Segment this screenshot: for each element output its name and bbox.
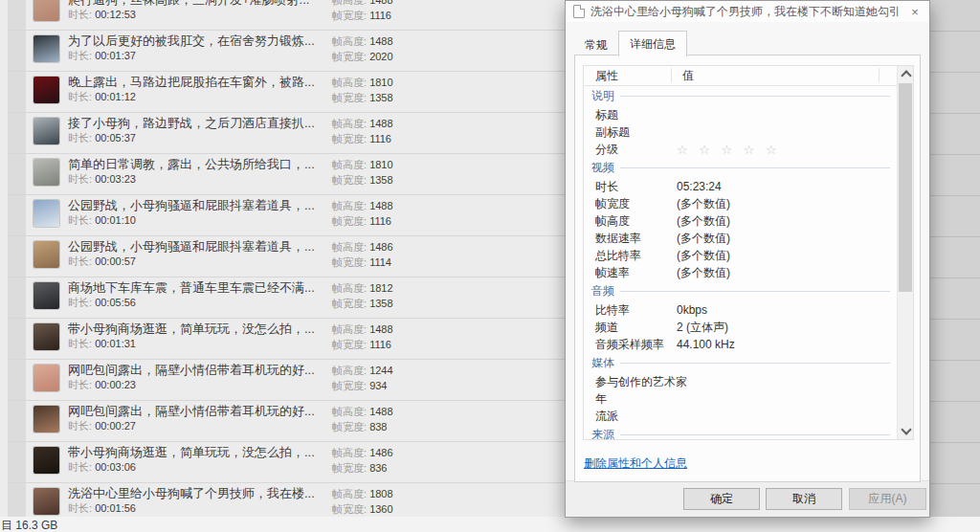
video-thumbnail xyxy=(33,447,59,474)
property-row[interactable]: 频道 2 (立体声) xyxy=(584,319,898,336)
property-label: 来源 xyxy=(584,427,614,439)
property-label: 音频 xyxy=(584,283,614,299)
property-row[interactable]: 媒体 xyxy=(584,353,898,373)
frame-width: 帧宽度: 1116 xyxy=(332,131,447,146)
list-item[interactable]: 简单的日常调教，露出，公共场所给我口，... 时长: 00:03:23 帧高度:… xyxy=(8,154,567,195)
list-item[interactable]: 接了小母狗，路边野战，之后刀酒店直接扒... 时长: 00:05:37 帧高度:… xyxy=(8,113,567,154)
property-row[interactable]: 参与创作的艺术家 xyxy=(584,373,898,390)
property-row[interactable]: 说明 xyxy=(584,86,898,106)
list-item[interactable]: 公园野战，小母狗骚逼和屁眼抖塞着道具，... 时长: 00:01:10 帧高度:… xyxy=(8,195,567,236)
property-row[interactable]: 副标题 xyxy=(584,123,898,141)
tab-general[interactable]: 常规 xyxy=(574,34,618,55)
list-item[interactable]: 网吧包间露出，隔壁小情侣带着耳机玩的好... 时长: 00:00:27 帧高度:… xyxy=(8,401,567,442)
property-row[interactable]: 总比特率 (多个数值) xyxy=(584,247,898,264)
property-label: 参与创作的艺术家 xyxy=(584,374,687,390)
property-value: 05:23:24 xyxy=(677,180,722,193)
video-title: 商场地下车库车震，普通车里车震已经不满... xyxy=(68,280,323,296)
list-item[interactable]: 为了以后更好的被我肛交，在宿舍努力锻炼... 时长: 00:01:37 帧高度:… xyxy=(8,31,567,72)
property-value: (多个数值) xyxy=(677,213,730,230)
scrollbar-thumb[interactable] xyxy=(899,83,912,292)
video-thumbnail xyxy=(33,241,59,268)
list-item[interactable]: 公园野战，小母狗骚逼和屁眼抖塞着道具，... 时长: 00:00:57 帧高度:… xyxy=(8,236,567,277)
property-row[interactable]: 视频 xyxy=(584,158,898,178)
property-row[interactable]: 分级 ☆ ☆ ☆ ☆ ☆ xyxy=(584,141,898,158)
scroll-down-icon[interactable] xyxy=(898,423,913,439)
video-duration: 时长: 00:03:23 xyxy=(68,172,323,187)
column-property: 属性 xyxy=(584,68,677,84)
list-item[interactable]: 网吧包间露出，隔壁小情侣带着耳机玩的好... 时长: 00:00:23 帧高度:… xyxy=(8,360,567,401)
video-duration: 时长: 00:01:31 xyxy=(68,337,323,351)
property-value: (多个数值) xyxy=(677,196,730,212)
property-row[interactable]: 数据速率 (多个数值) xyxy=(584,230,898,247)
property-row[interactable]: 年 xyxy=(584,390,898,408)
video-duration: 时长: 00:01:12 xyxy=(68,90,323,104)
property-label: 数据速率 xyxy=(584,231,677,247)
property-row[interactable]: 标题 xyxy=(584,106,898,123)
property-value: (多个数值) xyxy=(677,248,730,264)
property-label: 副标题 xyxy=(584,124,677,141)
frame-height: 帧高度: 1488 xyxy=(332,404,447,419)
remove-properties-link[interactable]: 删除属性和个人信息 xyxy=(584,455,687,472)
video-thumbnail xyxy=(33,118,59,144)
property-row[interactable]: 音频采样频率 44.100 kHz xyxy=(584,336,898,353)
property-row[interactable]: 帧宽度 (多个数值) xyxy=(584,195,898,212)
frame-height: 帧高度: 1488 xyxy=(332,33,447,49)
details-tab-page: 属性 值 说明 xyxy=(574,55,921,482)
cancel-button[interactable]: 取消 xyxy=(766,488,842,510)
video-duration: 时长: 00:01:10 xyxy=(68,213,323,228)
frame-height: 帧高度: 1486 xyxy=(332,445,447,460)
ok-button[interactable]: 确定 xyxy=(683,488,760,510)
property-label: 总比特率 xyxy=(584,248,677,264)
video-duration: 时长: 00:01:56 xyxy=(68,501,323,516)
video-thumbnail xyxy=(33,200,59,227)
video-thumbnail xyxy=(33,406,59,432)
apply-button: 应用(A) xyxy=(849,488,926,510)
tab-details[interactable]: 详细信息 xyxy=(618,31,687,56)
video-duration: 时长: 00:00:57 xyxy=(68,255,323,269)
dialog-footer: 确定 取消 应用(A) xyxy=(566,480,929,517)
property-row[interactable]: 来源 xyxy=(584,425,898,439)
frame-width: 帧宽度: 1114 xyxy=(332,255,447,270)
section-divider xyxy=(620,434,890,435)
property-value: (多个数值) xyxy=(677,231,730,247)
video-thumbnail xyxy=(33,0,59,21)
video-title: 为了以后更好的被我肛交，在宿舍努力锻炼... xyxy=(68,33,323,49)
video-title: 公园野战，小母狗骚逼和屁眼抖塞着道具，... xyxy=(68,239,323,255)
video-title: 网吧包间露出，隔壁小情侣带着耳机玩的好... xyxy=(68,404,323,419)
frame-width: 帧宽度: 1116 xyxy=(332,8,447,23)
frame-width: 帧宽度: 838 xyxy=(332,419,447,434)
property-row[interactable]: 音频 xyxy=(584,281,898,301)
list-item[interactable]: 带小母狗商场逛逛，简单玩玩，没怎么拍，... 时长: 00:03:06 帧高度:… xyxy=(8,442,567,483)
property-row[interactable]: 流派 xyxy=(584,408,898,425)
video-thumbnail xyxy=(33,323,59,350)
frame-width: 帧宽度: 1360 xyxy=(332,501,447,517)
list-item[interactable]: 商场地下车库车震，普通车里车震已经不满... 时长: 00:05:56 帧高度:… xyxy=(8,277,567,319)
property-row[interactable]: 帧速率 (多个数值) xyxy=(584,264,898,281)
scrollbar[interactable] xyxy=(897,66,913,439)
video-duration: 时长: 00:05:56 xyxy=(68,296,323,310)
property-label: 说明 xyxy=(584,88,614,104)
frame-height: 帧高度: 1810 xyxy=(332,157,447,172)
frame-width: 帧宽度: 1116 xyxy=(332,213,447,229)
scroll-up-icon[interactable] xyxy=(898,66,913,82)
status-bar: 目 16.3 GB xyxy=(0,517,980,532)
list-item[interactable]: 爬行遛狗，丝袜高跟，三洞开发+灌肠喷射... 时长: 00:12:53 帧高度:… xyxy=(8,0,567,31)
frame-width: 帧宽度: 1358 xyxy=(332,296,447,311)
video-duration: 时长: 00:00:23 xyxy=(68,378,323,392)
frame-width: 帧宽度: 2020 xyxy=(332,49,447,64)
list-item[interactable]: 晚上露出，马路边把屁股掐在车窗外，被路... 时长: 00:01:12 帧高度:… xyxy=(8,72,567,113)
property-value: (多个数值) xyxy=(677,265,730,281)
property-label: 比特率 xyxy=(584,302,677,319)
property-label: 分级 xyxy=(584,142,677,158)
property-row[interactable]: 时长 05:23:24 xyxy=(584,178,898,195)
frame-height: 帧高度: 1810 xyxy=(332,75,447,90)
video-title: 洗浴中心里给小母狗喊了个男技师，我在楼... xyxy=(68,486,323,501)
property-row[interactable]: 帧高度 (多个数值) xyxy=(584,212,898,230)
property-row[interactable]: 比特率 0kbps xyxy=(584,301,898,319)
property-label: 频道 xyxy=(584,320,677,336)
screen: 爬行遛狗，丝袜高跟，三洞开发+灌肠喷射... 时长: 00:12:53 帧高度:… xyxy=(0,0,980,532)
close-icon[interactable]: × xyxy=(901,5,929,19)
list-item[interactable]: 带小母狗商场逛逛，简单玩玩，没怎么拍，... 时长: 00:01:31 帧高度:… xyxy=(8,319,567,360)
properties-dialog: 洗浴中心里给小母狗喊了个男技师，我在楼下不断知道她勾引小哥，... × 常规 详… xyxy=(565,0,930,518)
frame-width: 帧宽度: 1358 xyxy=(332,172,447,188)
